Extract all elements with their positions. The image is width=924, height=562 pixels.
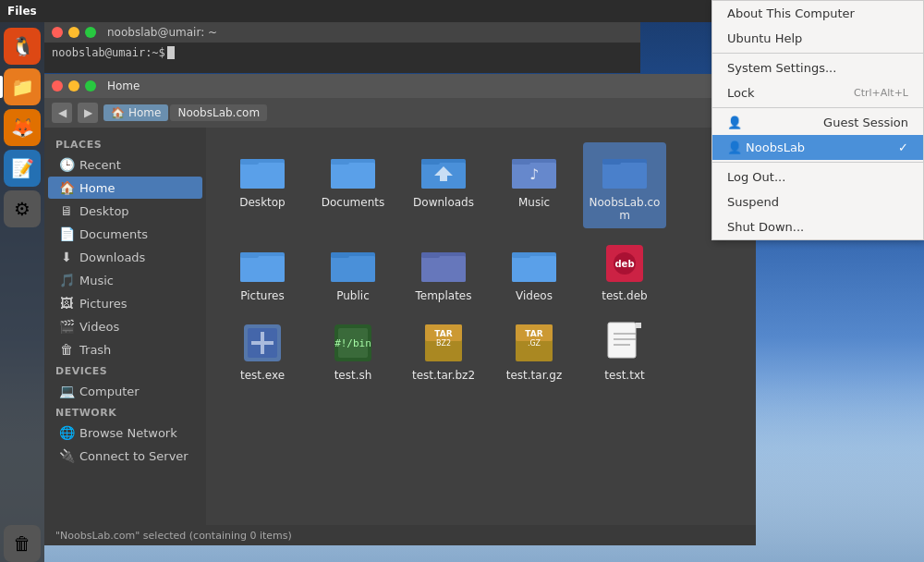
devices-section-title: Devices	[44, 361, 206, 379]
terminal-maximize-btn[interactable]	[85, 27, 96, 38]
file-item-test-tar-gz[interactable]: TAR .GZ test.tar.gz	[492, 315, 576, 387]
sidebar-item-music[interactable]: 🎵 Music	[48, 269, 202, 291]
network-section-title: Network	[44, 403, 206, 421]
file-item-desktop[interactable]: Desktop	[221, 142, 304, 228]
sidebar-item-videos[interactable]: 🎬 Videos	[48, 315, 202, 337]
file-item-noobslab[interactable]: NoobsLab.com	[583, 142, 666, 228]
file-item-test-deb[interactable]: deb test.deb	[583, 236, 666, 308]
sidebar-videos-label: Videos	[79, 320, 119, 334]
file-item-music[interactable]: ♪ Music	[492, 142, 576, 228]
breadcrumb-noobslab[interactable]: NoobsLab.com	[170, 104, 267, 121]
files-main[interactable]: Desktop Documents	[206, 128, 756, 525]
files-maximize-btn[interactable]	[85, 80, 96, 92]
svg-rect-8	[421, 159, 440, 165]
sidebar-item-downloads[interactable]: ⬇ Downloads	[48, 246, 202, 268]
gear-icon: ⚙	[14, 198, 30, 220]
sidebar-item-recent[interactable]: 🕒 Recent	[48, 153, 202, 176]
recent-icon: 🕒	[59, 157, 74, 172]
test-deb-label: test.deb	[602, 289, 647, 302]
terminal-minimize-btn[interactable]	[68, 27, 79, 38]
files-close-btn[interactable]	[52, 80, 63, 92]
libreoffice-icon: 📝	[11, 157, 34, 179]
file-item-test-txt[interactable]: test.txt	[583, 315, 666, 387]
file-item-test-tar-bz[interactable]: TAR BZ2 test.tar.bz2	[402, 315, 485, 387]
terminal-content[interactable]: noobslab@umair:~$	[44, 43, 640, 63]
dropdown-noobslab-user[interactable]: 👤 NoobsLab ✓	[712, 135, 923, 160]
ubuntu-icon: 🐧	[11, 35, 34, 57]
dropdown-suspend-label: Suspend	[727, 195, 779, 209]
svg-rect-21	[331, 256, 375, 282]
sidebar-recent-label: Recent	[79, 158, 121, 172]
sidebar-item-computer[interactable]: 💻 Computer	[48, 380, 202, 402]
sidebar-trash-label: Trash	[79, 343, 111, 357]
music-folder-icon: ♪	[512, 148, 556, 192]
file-item-test-exe[interactable]: test.exe	[221, 315, 304, 387]
launcher-libreoffice[interactable]: 📝	[4, 150, 41, 187]
deb-file-icon: deb	[602, 241, 647, 286]
breadcrumb-home[interactable]: 🏠 Home	[103, 104, 168, 121]
back-button[interactable]: ◀	[52, 103, 72, 123]
dropdown-shut-down[interactable]: Shut Down...	[712, 214, 923, 239]
sidebar: Places 🕒 Recent 🏠 Home 🖥 Desktop 📄 Docum…	[44, 128, 206, 525]
launcher-firefox[interactable]: 🦊	[4, 109, 41, 146]
sidebar-item-pictures[interactable]: 🖼 Pictures	[48, 292, 202, 314]
dropdown-about[interactable]: About This Computer	[712, 1, 923, 26]
dropdown-suspend[interactable]: Suspend	[712, 189, 923, 214]
svg-text:BZ2: BZ2	[436, 339, 451, 348]
forward-button[interactable]: ▶	[78, 103, 98, 123]
dropdown-system-settings[interactable]: System Settings...	[712, 55, 923, 80]
downloads-sidebar-icon: ⬇	[59, 250, 74, 264]
dropdown-separator-1	[712, 53, 923, 54]
sidebar-item-home[interactable]: 🏠 Home	[48, 177, 202, 199]
files-window: Home ◀ ▶ 🏠 Home NoobsLab.com 🔍 Places 🕒 …	[44, 74, 756, 545]
exe-file-icon	[240, 321, 285, 365]
file-item-downloads[interactable]: Downloads	[402, 142, 485, 228]
noobslab-folder-icon	[602, 148, 647, 192]
sidebar-item-desktop[interactable]: 🖥 Desktop	[48, 200, 202, 222]
terminal-close-btn[interactable]	[52, 27, 63, 38]
svg-rect-19	[240, 252, 259, 258]
sidebar-item-connect-server[interactable]: 🔌 Connect to Server	[48, 445, 202, 467]
launcher-files[interactable]: 📁	[4, 68, 41, 105]
dropdown-noobslab-label: NoobsLab	[746, 140, 805, 154]
svg-rect-49	[636, 323, 641, 328]
svg-text:deb: deb	[614, 259, 634, 269]
file-item-test-sh[interactable]: #!/bin test.sh	[311, 315, 395, 387]
launcher-settings[interactable]: ⚙	[4, 190, 41, 227]
documents-folder-icon	[331, 148, 375, 192]
svg-rect-15	[602, 163, 647, 189]
terminal-title: noobslab@umair: ~	[107, 26, 217, 39]
desktop-folder-icon	[240, 148, 285, 192]
svg-rect-47	[608, 323, 636, 358]
sidebar-item-trash[interactable]: 🗑 Trash	[48, 338, 202, 360]
files-minimize-btn[interactable]	[68, 80, 79, 92]
videos-sidebar-icon: 🎬	[59, 319, 74, 334]
file-item-documents[interactable]: Documents	[311, 142, 395, 228]
places-section-title: Places	[44, 135, 206, 153]
svg-rect-5	[331, 159, 349, 165]
sidebar-item-documents[interactable]: 📄 Documents	[48, 223, 202, 245]
file-item-public[interactable]: Public	[311, 236, 395, 308]
files-body: Places 🕒 Recent 🏠 Home 🖥 Desktop 📄 Docum…	[44, 128, 756, 525]
tar-bz-file-icon: TAR BZ2	[421, 321, 466, 365]
server-sidebar-icon: 🔌	[59, 448, 74, 463]
file-item-pictures[interactable]: Pictures	[221, 236, 304, 308]
dropdown-about-label: About This Computer	[727, 6, 855, 20]
sidebar-computer-label: Computer	[79, 385, 140, 398]
dropdown-ubuntu-help[interactable]: Ubuntu Help	[712, 26, 923, 51]
svg-text:♪: ♪	[529, 165, 539, 183]
desktop-sidebar-icon: 🖥	[59, 203, 74, 218]
dropdown-log-out[interactable]: Log Out...	[712, 165, 923, 189]
terminal-window: noobslab@umair: ~ noobslab@umair:~$	[44, 22, 640, 73]
launcher-ubuntu[interactable]: 🐧	[4, 28, 41, 65]
sidebar-item-browse-network[interactable]: 🌐 Browse Network	[48, 422, 202, 444]
dropdown-guest-session[interactable]: 👤 Guest Session	[712, 110, 923, 135]
file-item-templates[interactable]: Templates	[402, 236, 485, 308]
dropdown-lock[interactable]: Lock Ctrl+Alt+L	[712, 80, 923, 105]
launcher-trash[interactable]: 🗑	[4, 525, 41, 562]
network-sidebar-icon: 🌐	[59, 425, 74, 440]
files-grid: Desktop Documents	[221, 142, 741, 388]
svg-rect-22	[331, 252, 349, 258]
terminal-prompt-line: noobslab@umair:~$	[52, 46, 633, 59]
file-item-videos[interactable]: Videos	[492, 236, 576, 308]
